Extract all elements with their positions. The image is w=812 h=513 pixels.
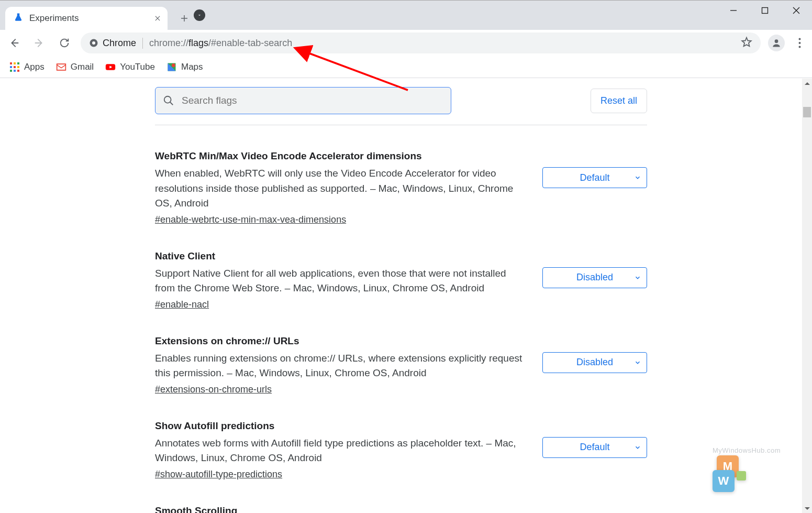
search-flags-input[interactable] <box>181 94 443 107</box>
menu-button[interactable] <box>792 36 807 50</box>
svg-point-3 <box>775 39 778 43</box>
svg-point-4 <box>798 38 800 40</box>
flag-description: Support Native Client for all web applic… <box>155 266 527 296</box>
scroll-thumb[interactable] <box>803 107 811 117</box>
flag-state-value: Default <box>580 442 609 453</box>
flag-item: Native ClientSupport Native Client for a… <box>155 238 647 323</box>
flag-description: When enabled, WebRTC will only use the V… <box>155 166 527 211</box>
gmail-bookmark[interactable]: Gmail <box>56 62 94 72</box>
flag-hash-link[interactable]: #extensions-on-chrome-urls <box>155 384 272 395</box>
account-indicator-icon[interactable] <box>194 9 205 21</box>
youtube-icon <box>105 62 116 72</box>
flag-description: Annotates web forms with Autofill field … <box>155 436 527 466</box>
flag-title: Show Autofill predictions <box>155 420 527 432</box>
omnibox-chip: Chrome <box>89 38 143 49</box>
close-tab-icon[interactable] <box>153 14 162 23</box>
flags-header: Reset all <box>155 79 647 125</box>
gmail-icon <box>56 62 66 72</box>
new-tab-button[interactable] <box>175 9 194 28</box>
page-content: Reset all WebRTC Min/Max Video Encode Ac… <box>0 79 802 513</box>
flag-state-value: Disabled <box>576 272 613 283</box>
svg-rect-11 <box>14 66 16 68</box>
chevron-down-icon <box>634 444 641 451</box>
browser-tab[interactable]: Experiments <box>5 7 168 30</box>
window-close-button[interactable] <box>781 1 812 20</box>
flag-item: Extensions on chrome:// URLsEnables runn… <box>155 323 647 408</box>
flag-state-select[interactable]: Disabled <box>542 267 647 288</box>
flag-title: Extensions on chrome:// URLs <box>155 335 527 347</box>
flag-item: WebRTC Min/Max Video Encode Accelerator … <box>155 138 647 238</box>
flag-title: Smooth Scrolling <box>155 505 647 514</box>
bookmarks-bar: Apps Gmail YouTube Maps <box>0 56 812 78</box>
profile-avatar[interactable] <box>768 35 785 51</box>
chevron-down-icon <box>634 174 641 181</box>
search-icon <box>163 95 174 106</box>
svg-rect-13 <box>10 70 12 72</box>
titlebar: Experiments <box>0 0 812 30</box>
maps-bookmark[interactable]: Maps <box>166 62 203 72</box>
search-flags-box[interactable] <box>155 87 451 114</box>
omnibox-chip-label: Chrome <box>103 38 136 49</box>
svg-point-2 <box>92 41 95 45</box>
back-button[interactable] <box>5 34 23 52</box>
apps-shortcut[interactable]: Apps <box>9 62 45 72</box>
flag-list: WebRTC Min/Max Video Encode Accelerator … <box>155 130 647 513</box>
flag-title: Native Client <box>155 250 527 262</box>
svg-rect-12 <box>17 66 19 68</box>
svg-point-18 <box>164 96 171 103</box>
svg-rect-15 <box>17 70 19 72</box>
flag-item: Smooth Scrolling <box>155 493 647 514</box>
svg-rect-0 <box>762 8 768 14</box>
flag-hash-link[interactable]: #enable-webrtc-use-min-max-vea-dimension… <box>155 214 346 225</box>
flag-description: Enables running extensions on chrome:// … <box>155 351 527 381</box>
chevron-down-icon <box>634 359 641 366</box>
flag-state-value: Disabled <box>576 357 613 368</box>
vertical-scrollbar[interactable] <box>802 79 812 513</box>
reload-button[interactable] <box>55 34 73 52</box>
flag-hash-link[interactable]: #show-autofill-type-predictions <box>155 469 282 479</box>
address-bar[interactable]: Chrome chrome://flags/#enable-tab-search <box>81 32 761 53</box>
chevron-down-icon <box>634 274 641 281</box>
youtube-bookmark[interactable]: YouTube <box>105 62 155 72</box>
apps-icon <box>9 62 20 72</box>
bookmark-star-icon[interactable] <box>741 36 752 50</box>
window-maximize-button[interactable] <box>749 1 781 20</box>
chrome-icon <box>89 38 98 48</box>
svg-point-6 <box>798 46 800 48</box>
scroll-down-arrow[interactable] <box>802 503 812 513</box>
scroll-up-arrow[interactable] <box>802 79 812 89</box>
flag-title: WebRTC Min/Max Video Encode Accelerator … <box>155 150 527 162</box>
forward-button[interactable] <box>30 34 48 52</box>
flag-state-select[interactable]: Default <box>542 167 647 188</box>
flask-icon <box>14 13 23 24</box>
flag-state-value: Default <box>580 172 609 183</box>
svg-point-5 <box>798 42 800 44</box>
svg-rect-8 <box>14 62 16 64</box>
svg-rect-14 <box>14 70 16 72</box>
svg-rect-9 <box>17 62 19 64</box>
flag-item: Show Autofill predictionsAnnotates web f… <box>155 408 647 493</box>
omnibox-url: chrome://flags/#enable-tab-search <box>149 38 292 49</box>
flag-state-select[interactable]: Default <box>542 437 647 458</box>
reset-all-button[interactable]: Reset all <box>591 89 647 113</box>
window-minimize-button[interactable] <box>718 1 749 20</box>
toolbar: Chrome chrome://flags/#enable-tab-search <box>0 30 812 56</box>
svg-rect-10 <box>10 66 12 68</box>
tab-title: Experiments <box>29 13 147 24</box>
flag-hash-link[interactable]: #enable-nacl <box>155 299 209 310</box>
svg-point-17 <box>172 63 175 67</box>
maps-icon <box>166 62 177 72</box>
svg-rect-7 <box>10 62 12 64</box>
flag-state-select[interactable]: Disabled <box>542 352 647 373</box>
window-controls <box>718 1 812 30</box>
